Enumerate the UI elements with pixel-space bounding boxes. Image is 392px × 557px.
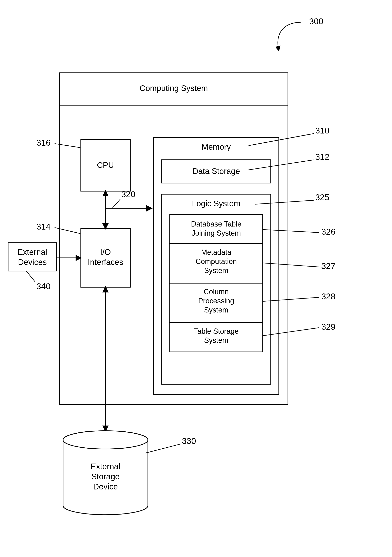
refnum-310: 310 <box>315 126 329 135</box>
refnum-314: 314 <box>36 222 50 231</box>
refnum-328: 328 <box>321 292 336 301</box>
data-storage-label: Data Storage <box>192 167 240 176</box>
refnum-340: 340 <box>36 282 50 291</box>
logic-system-title: Logic System <box>192 199 240 208</box>
refnum-329: 329 <box>321 322 336 331</box>
external-devices-box <box>8 243 56 271</box>
logic-item-3-l2: System <box>204 336 228 344</box>
computing-system-title: Computing System <box>140 84 208 93</box>
external-storage-l3: Device <box>93 482 118 491</box>
refnum-316: 316 <box>36 138 50 147</box>
refnum-327: 327 <box>321 261 336 271</box>
cpu-label: CPU <box>97 161 114 170</box>
logic-item-2-l3: System <box>204 306 228 314</box>
svg-point-1 <box>63 431 148 449</box>
logic-item-1-l1: Metadata <box>201 248 232 256</box>
refnum-325: 325 <box>315 193 329 202</box>
logic-item-2-l1: Column <box>204 288 229 296</box>
logic-item-1-l2: Computation <box>196 257 237 266</box>
io-label-2: Interfaces <box>88 258 123 267</box>
refnum-330: 330 <box>182 436 196 446</box>
memory-title: Memory <box>202 142 231 151</box>
external-devices-l2: Devices <box>18 258 47 267</box>
refnum-326: 326 <box>321 227 336 237</box>
logic-item-0-l1: Database Table <box>191 220 241 228</box>
refnum-320: 320 <box>121 189 135 199</box>
io-label-1: I/O <box>100 247 111 256</box>
external-storage-l1: External <box>91 462 120 471</box>
external-storage-l2: Storage <box>91 472 120 481</box>
logic-item-0-l2: Joining System <box>192 229 241 237</box>
refnum-300: 300 <box>309 16 323 26</box>
logic-item-1-l3: System <box>204 266 228 275</box>
leader-340 <box>26 271 35 282</box>
leader-330 <box>145 444 181 453</box>
leader-300 <box>278 22 301 50</box>
refnum-312: 312 <box>315 152 329 162</box>
logic-item-2-l2: Processing <box>198 297 234 305</box>
external-devices-l1: External <box>18 247 47 256</box>
logic-item-3-l1: Table Storage <box>194 327 239 335</box>
